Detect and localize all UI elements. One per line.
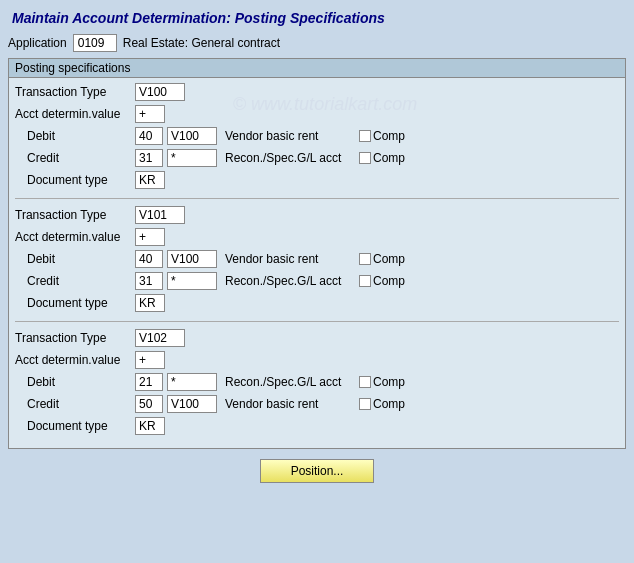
credit-comp-checkbox-3[interactable] <box>359 398 371 410</box>
doc-type-input-2[interactable]: KR <box>135 294 165 312</box>
divider-2 <box>15 321 619 322</box>
debit-label-2: Debit <box>15 252 135 266</box>
transaction-type-label-3: Transaction Type <box>15 331 135 345</box>
debit-desc-1: Vendor basic rent <box>225 129 355 143</box>
debit-code-1[interactable]: V100 <box>167 127 217 145</box>
page-title: Maintain Account Determination: Posting … <box>8 8 626 28</box>
debit-row-3: Debit 21 * Recon./Spec.G/L acct Comp <box>15 372 619 392</box>
credit-num-2[interactable]: 31 <box>135 272 163 290</box>
credit-comp-label-1: Comp <box>373 151 405 165</box>
debit-num-1[interactable]: 40 <box>135 127 163 145</box>
debit-code-2[interactable]: V100 <box>167 250 217 268</box>
button-row: Position... <box>8 459 626 483</box>
credit-comp-wrapper-3: Comp <box>359 397 405 411</box>
acct-determin-label-2: Acct determin.value <box>15 230 135 244</box>
credit-code-2[interactable]: * <box>167 272 217 290</box>
debit-comp-wrapper-1: Comp <box>359 129 405 143</box>
credit-num-3[interactable]: 50 <box>135 395 163 413</box>
section-3: Transaction Type V102 Acct determin.valu… <box>15 328 619 436</box>
doc-type-input-3[interactable]: KR <box>135 417 165 435</box>
credit-code-3[interactable]: V100 <box>167 395 217 413</box>
debit-label-1: Debit <box>15 129 135 143</box>
credit-comp-checkbox-2[interactable] <box>359 275 371 287</box>
debit-code-3[interactable]: * <box>167 373 217 391</box>
debit-row-2: Debit 40 V100 Vendor basic rent Comp <box>15 249 619 269</box>
debit-comp-label-3: Comp <box>373 375 405 389</box>
transaction-type-row-2: Transaction Type V101 <box>15 205 619 225</box>
transaction-type-input-1[interactable]: V100 <box>135 83 185 101</box>
debit-comp-checkbox-3[interactable] <box>359 376 371 388</box>
debit-comp-checkbox-2[interactable] <box>359 253 371 265</box>
debit-label-3: Debit <box>15 375 135 389</box>
panel-header: Posting specifications <box>9 59 625 78</box>
credit-label-2: Credit <box>15 274 135 288</box>
main-window: Maintain Account Determination: Posting … <box>0 0 634 563</box>
credit-comp-wrapper-1: Comp <box>359 151 405 165</box>
application-value: 0109 <box>73 34 117 52</box>
acct-determin-label-3: Acct determin.value <box>15 353 135 367</box>
application-row: Application 0109 Real Estate: General co… <box>8 34 626 52</box>
doc-type-row-1: Document type KR <box>15 170 619 190</box>
acct-determin-input-1[interactable]: + <box>135 105 165 123</box>
acct-determin-label-1: Acct determin.value <box>15 107 135 121</box>
credit-desc-2: Recon./Spec.G/L acct <box>225 274 355 288</box>
debit-desc-2: Vendor basic rent <box>225 252 355 266</box>
application-description: Real Estate: General contract <box>123 36 280 50</box>
credit-label-1: Credit <box>15 151 135 165</box>
transaction-type-row-3: Transaction Type V102 <box>15 328 619 348</box>
doc-type-label-1: Document type <box>15 173 135 187</box>
credit-row-2: Credit 31 * Recon./Spec.G/L acct Comp <box>15 271 619 291</box>
debit-comp-wrapper-2: Comp <box>359 252 405 266</box>
doc-type-input-1[interactable]: KR <box>135 171 165 189</box>
acct-determin-row-2: Acct determin.value + <box>15 227 619 247</box>
debit-num-3[interactable]: 21 <box>135 373 163 391</box>
credit-row-1: Credit 31 * Recon./Spec.G/L acct Comp <box>15 148 619 168</box>
debit-num-2[interactable]: 40 <box>135 250 163 268</box>
section-1: Transaction Type V100 Acct determin.valu… <box>15 82 619 190</box>
doc-type-label-3: Document type <box>15 419 135 433</box>
acct-determin-row-3: Acct determin.value + <box>15 350 619 370</box>
credit-comp-label-3: Comp <box>373 397 405 411</box>
transaction-type-input-3[interactable]: V102 <box>135 329 185 347</box>
credit-desc-1: Recon./Spec.G/L acct <box>225 151 355 165</box>
panel-content: Transaction Type V100 Acct determin.valu… <box>9 78 625 448</box>
credit-num-1[interactable]: 31 <box>135 149 163 167</box>
posting-specs-panel: Posting specifications Transaction Type … <box>8 58 626 449</box>
doc-type-row-3: Document type KR <box>15 416 619 436</box>
section-2: Transaction Type V101 Acct determin.valu… <box>15 205 619 313</box>
doc-type-row-2: Document type KR <box>15 293 619 313</box>
debit-comp-wrapper-3: Comp <box>359 375 405 389</box>
acct-determin-input-2[interactable]: + <box>135 228 165 246</box>
credit-code-1[interactable]: * <box>167 149 217 167</box>
credit-comp-label-2: Comp <box>373 274 405 288</box>
transaction-type-label-2: Transaction Type <box>15 208 135 222</box>
debit-comp-label-2: Comp <box>373 252 405 266</box>
position-button[interactable]: Position... <box>260 459 375 483</box>
divider-1 <box>15 198 619 199</box>
credit-label-3: Credit <box>15 397 135 411</box>
debit-desc-3: Recon./Spec.G/L acct <box>225 375 355 389</box>
acct-determin-row-1: Acct determin.value + <box>15 104 619 124</box>
credit-row-3: Credit 50 V100 Vendor basic rent Comp <box>15 394 619 414</box>
credit-comp-checkbox-1[interactable] <box>359 152 371 164</box>
transaction-type-row-1: Transaction Type V100 <box>15 82 619 102</box>
debit-comp-label-1: Comp <box>373 129 405 143</box>
credit-comp-wrapper-2: Comp <box>359 274 405 288</box>
doc-type-label-2: Document type <box>15 296 135 310</box>
debit-comp-checkbox-1[interactable] <box>359 130 371 142</box>
application-label: Application <box>8 36 67 50</box>
credit-desc-3: Vendor basic rent <box>225 397 355 411</box>
transaction-type-input-2[interactable]: V101 <box>135 206 185 224</box>
transaction-type-label-1: Transaction Type <box>15 85 135 99</box>
debit-row-1: Debit 40 V100 Vendor basic rent Comp <box>15 126 619 146</box>
acct-determin-input-3[interactable]: + <box>135 351 165 369</box>
